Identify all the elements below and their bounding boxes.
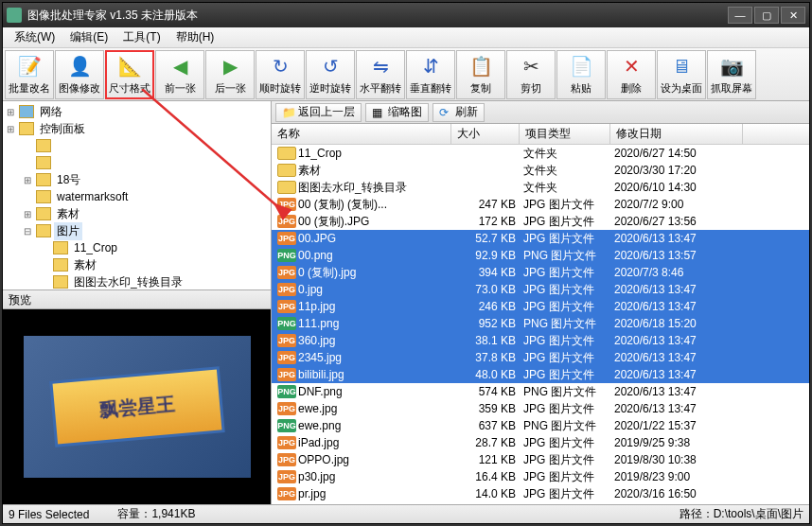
prev-icon: ◀ xyxy=(167,53,193,79)
file-row[interactable]: PNGewe.png637 KBPNG 图片文件2020/1/22 15:37 xyxy=(272,417,809,434)
menu-help[interactable]: 帮助(H) xyxy=(168,27,222,47)
file-row[interactable]: JPG0 (复制).jpg394 KBJPG 图片文件2020/7/3 8:46 xyxy=(272,264,809,281)
tree-node[interactable]: ⊞网络 xyxy=(5,103,269,120)
folder-icon xyxy=(277,181,296,194)
expand-icon[interactable]: ⊞ xyxy=(5,124,16,134)
jpg-icon: JPG xyxy=(277,351,296,364)
png-icon: PNG xyxy=(277,385,296,398)
jpg-icon: JPG xyxy=(277,368,296,381)
copy-icon: 📋 xyxy=(468,53,494,79)
folder-icon xyxy=(36,190,51,203)
folder-tree[interactable]: ⊞网络⊞控制面板⊞18号watermarksoft⊞素材⊟图片11_Crop素材… xyxy=(3,101,271,290)
titlebar: 图像批处理专家 v1.35 未注册版本 — ▢ ✕ xyxy=(3,3,809,27)
prev-button[interactable]: ◀前一张 xyxy=(155,50,204,99)
tree-node[interactable]: ⊞控制面板 xyxy=(5,120,269,137)
tree-node[interactable]: 素材 xyxy=(5,256,269,273)
col-type[interactable]: 项目类型 xyxy=(520,124,610,144)
flip-v-icon: ⇵ xyxy=(417,53,444,79)
delete-icon: ✕ xyxy=(618,53,644,79)
folder-icon xyxy=(19,105,34,118)
menu-edit[interactable]: 编辑(E) xyxy=(62,27,115,47)
batch-rename-button[interactable]: 📝批量改名 xyxy=(5,50,54,99)
thumb-button[interactable]: ▦缩略图 xyxy=(365,103,429,122)
next-icon: ▶ xyxy=(217,53,243,79)
status-path: D:\tools\桌面\图片 xyxy=(714,506,803,522)
file-list[interactable]: 11_Crop文件夹2020/6/27 14:50素材文件夹2020/3/30 … xyxy=(272,145,809,504)
wallpaper-button[interactable]: 🖥设为桌面 xyxy=(657,50,706,99)
close-button[interactable]: ✕ xyxy=(781,7,805,24)
expand-icon[interactable]: ⊞ xyxy=(22,209,33,219)
png-icon: PNG xyxy=(277,317,296,330)
paste-button[interactable]: 📄粘贴 xyxy=(556,50,606,99)
flip-v-button[interactable]: ⇵垂直翻转 xyxy=(406,50,455,99)
tree-node[interactable] xyxy=(5,154,269,171)
menu-tool[interactable]: 工具(T) xyxy=(115,27,168,47)
app-icon xyxy=(7,8,22,23)
jpg-icon: JPG xyxy=(277,232,296,245)
folder-icon xyxy=(36,207,51,220)
folder-icon xyxy=(277,147,296,160)
maximize-button[interactable]: ▢ xyxy=(754,7,779,24)
tree-node[interactable]: 图图去水印_转换目录 xyxy=(5,273,269,290)
jpg-icon: JPG xyxy=(277,266,296,279)
file-row[interactable]: JPGpr.jpg14.0 KBJPG 图片文件2020/3/16 16:50 xyxy=(272,485,809,502)
col-name[interactable]: 名称 xyxy=(272,124,451,144)
rotate-ccw-button[interactable]: ↺逆时旋转 xyxy=(306,50,355,99)
file-row[interactable]: JPGbilibili.jpg48.0 KBJPG 图片文件2020/6/13 … xyxy=(272,366,809,383)
status-selected: 9 Files Selected xyxy=(9,508,89,521)
file-row[interactable]: JPG360.jpg38.1 KBJPG 图片文件2020/6/13 13:47 xyxy=(272,332,809,349)
flip-h-button[interactable]: ⇋水平翻转 xyxy=(356,50,405,99)
tree-node[interactable] xyxy=(5,137,269,154)
file-row[interactable]: PNG111.png952 KBPNG 图片文件2020/6/18 15:20 xyxy=(272,315,809,332)
up-button[interactable]: 📁返回上一层 xyxy=(275,103,362,122)
file-row[interactable]: 11_Crop文件夹2020/6/27 14:50 xyxy=(272,145,809,162)
wallpaper-icon: 🖥 xyxy=(668,53,695,79)
folder-icon xyxy=(36,173,51,186)
file-row[interactable]: JPG11p.jpg246 KBJPG 图片文件2020/6/13 13:47 xyxy=(272,298,809,315)
capture-button[interactable]: 📷抓取屏幕 xyxy=(707,50,756,99)
col-date[interactable]: 修改日期 xyxy=(610,124,743,144)
menu-system[interactable]: 系统(W) xyxy=(7,27,62,47)
size-format-button[interactable]: 📐尺寸格式 xyxy=(105,50,154,99)
expand-icon[interactable]: ⊞ xyxy=(5,107,16,117)
file-row[interactable]: JPG00 (复制).JPG172 KBJPG 图片文件2020/6/27 13… xyxy=(272,213,809,230)
jpg-icon: JPG xyxy=(277,436,296,449)
file-row[interactable]: JPGp30.jpg16.4 KBJPG 图片文件2019/8/23 9:00 xyxy=(272,468,809,485)
expand-icon[interactable]: ⊞ xyxy=(22,175,33,185)
file-row[interactable]: JPG00.JPG52.7 KBJPG 图片文件2020/6/13 13:47 xyxy=(272,230,809,247)
cut-icon: ✂ xyxy=(518,53,544,79)
refresh-button[interactable]: ⟳刷新 xyxy=(432,103,485,122)
jpg-icon: JPG xyxy=(277,487,296,500)
file-row[interactable]: JPG2345.jpg37.8 KBJPG 图片文件2020/6/13 13:4… xyxy=(272,349,809,366)
png-icon: PNG xyxy=(277,249,296,262)
next-button[interactable]: ▶后一张 xyxy=(205,50,255,99)
file-row[interactable]: PNG00.png92.9 KBPNG 图片文件2020/6/13 13:57 xyxy=(272,247,809,264)
paste-icon: 📄 xyxy=(568,53,594,79)
cut-button[interactable]: ✂剪切 xyxy=(506,50,556,99)
tree-node[interactable]: 11_Crop xyxy=(5,239,269,256)
image-modify-button[interactable]: 👤图像修改 xyxy=(55,50,104,99)
jpg-icon: JPG xyxy=(277,198,296,211)
delete-button[interactable]: ✕删除 xyxy=(607,50,656,99)
capture-icon: 📷 xyxy=(718,53,745,79)
file-row[interactable]: JPG00 (复制) (复制)...247 KBJPG 图片文件2020/7/2… xyxy=(272,196,809,213)
file-row[interactable]: PNGDNF.png574 KBPNG 图片文件2020/6/13 13:47 xyxy=(272,383,809,400)
file-row[interactable]: JPGOPPO.jpg121 KBJPG 图片文件2019/8/30 10:38 xyxy=(272,451,809,468)
tree-node[interactable]: ⊞素材 xyxy=(5,205,269,222)
rotate-cw-button[interactable]: ↻顺时旋转 xyxy=(256,50,305,99)
file-row[interactable]: JPGiPad.jpg28.7 KBJPG 图片文件2019/9/25 9:38 xyxy=(272,434,809,451)
tree-node[interactable]: ⊞18号 xyxy=(5,171,269,188)
col-size[interactable]: 大小 xyxy=(451,124,520,144)
minimize-button[interactable]: — xyxy=(728,7,752,24)
folder-icon xyxy=(277,164,296,177)
jpg-icon: JPG xyxy=(277,283,296,296)
file-row[interactable]: JPG0.jpg73.0 KBJPG 图片文件2020/6/13 13:47 xyxy=(272,281,809,298)
copy-button[interactable]: 📋复制 xyxy=(456,50,505,99)
file-row[interactable]: JPGewe.jpg359 KBJPG 图片文件2020/6/13 13:47 xyxy=(272,400,809,417)
expand-icon[interactable]: ⊟ xyxy=(22,226,33,237)
tree-node[interactable]: watermarksoft xyxy=(5,188,269,205)
status-capacity: 容量：1,941KB xyxy=(117,506,195,522)
file-row[interactable]: 图图去水印_转换目录文件夹2020/6/10 14:30 xyxy=(272,179,809,196)
tree-node[interactable]: ⊟图片 xyxy=(5,222,269,239)
file-row[interactable]: 素材文件夹2020/3/30 17:20 xyxy=(272,162,809,179)
